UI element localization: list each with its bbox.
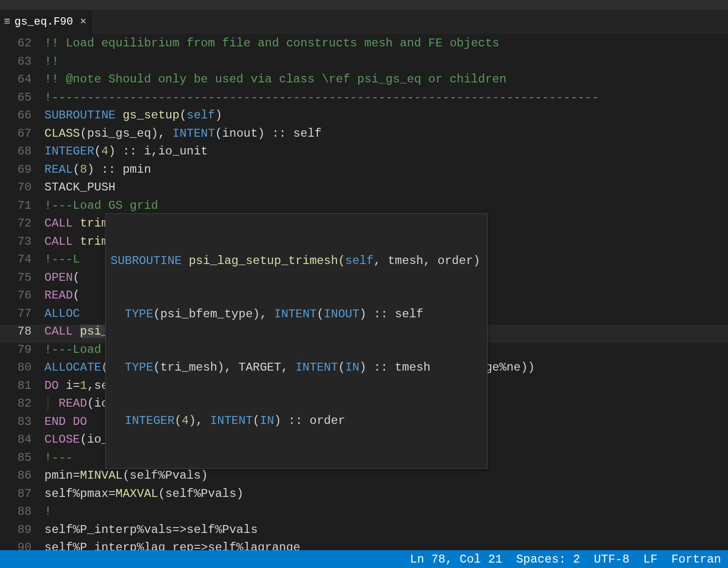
signature-line: INTEGER(4), INTENT(IN) :: order <box>111 412 482 430</box>
code-content[interactable]: !! Load equilibrium from file and constr… <box>44 37 499 50</box>
code-line[interactable]: 69REAL(8) :: pmin <box>0 163 728 181</box>
code-content[interactable]: !---L <box>44 253 80 266</box>
line-number: 82 <box>0 397 44 410</box>
signature-line: SUBROUTINE psi_lag_setup_trimesh(self, t… <box>111 252 482 270</box>
line-number: 75 <box>0 271 44 284</box>
code-content[interactable]: ALLOC <box>44 307 80 320</box>
line-number: 88 <box>0 505 44 518</box>
code-line[interactable]: 89self%P_interp%vals=>self%Pvals <box>0 523 728 541</box>
code-line[interactable]: 68INTEGER(4) :: i,io_unit <box>0 145 728 163</box>
status-eol[interactable]: LF <box>643 553 657 566</box>
line-number: 81 <box>0 379 44 392</box>
code-content[interactable]: self%pmax=MAXVAL(self%Pvals) <box>44 487 243 500</box>
code-line[interactable]: 70STACK_PUSH <box>0 181 728 199</box>
line-number: 84 <box>0 433 44 446</box>
line-number: 66 <box>0 109 44 122</box>
status-bar: Ln 78, Col 21 Spaces: 2 UTF-8 LF Fortran <box>0 550 728 568</box>
code-line[interactable]: 88! <box>0 505 728 523</box>
code-content[interactable]: pmin=MINVAL(self%Pvals) <box>44 469 208 482</box>
code-line[interactable]: 65!-------------------------------------… <box>0 91 728 109</box>
line-number: 87 <box>0 487 44 500</box>
line-number: 85 <box>0 451 44 464</box>
tab-gs-eq[interactable]: ≡ gs_eq.F90 × <box>0 10 92 34</box>
status-encoding[interactable]: UTF-8 <box>594 553 629 566</box>
code-content[interactable]: SUBROUTINE gs_setup(self) <box>44 109 222 122</box>
code-line[interactable]: 67CLASS(psi_gs_eq), INTENT(inout) :: sel… <box>0 127 728 145</box>
code-content[interactable]: !! <box>44 55 59 68</box>
code-line[interactable]: 64!! @note Should only be used via class… <box>0 73 728 91</box>
status-language[interactable]: Fortran <box>671 553 721 566</box>
editor-tabbar: ≡ gs_eq.F90 × <box>0 10 728 35</box>
editor-viewport[interactable]: 62!! Load equilibrium from file and cons… <box>0 35 728 550</box>
status-lncol[interactable]: Ln 78, Col 21 <box>410 553 502 566</box>
code-line[interactable]: 62!! Load equilibrium from file and cons… <box>0 37 728 55</box>
line-number: 71 <box>0 199 44 212</box>
code-content[interactable]: STACK_PUSH <box>44 181 115 194</box>
line-number: 69 <box>0 163 44 176</box>
signature-line: TYPE(tri_mesh), TARGET, INTENT(IN) :: tm… <box>111 359 482 377</box>
line-number: 78 <box>0 325 44 338</box>
line-number: 73 <box>0 235 44 248</box>
file-icon: ≡ <box>4 16 10 28</box>
line-number: 64 <box>0 73 44 86</box>
code-content[interactable]: OPEN( <box>44 271 80 284</box>
code-line[interactable]: 86pmin=MINVAL(self%Pvals) <box>0 469 728 487</box>
code-content[interactable]: READ( <box>44 289 80 302</box>
line-number: 86 <box>0 469 44 482</box>
status-spaces[interactable]: Spaces: 2 <box>516 553 580 566</box>
line-number: 74 <box>0 253 44 266</box>
line-number: 90 <box>0 541 44 550</box>
line-number: 65 <box>0 91 44 104</box>
line-number: 68 <box>0 145 44 158</box>
code-line[interactable]: 90self%P_interp%lag_rep=>self%lagrange <box>0 541 728 550</box>
code-content[interactable]: END DO <box>44 415 87 428</box>
code-content[interactable]: INTEGER(4) :: i,io_unit <box>44 145 208 158</box>
line-number: 72 <box>0 217 44 230</box>
line-number: 63 <box>0 55 44 68</box>
line-number: 67 <box>0 127 44 140</box>
code-content[interactable]: !---------------------------------------… <box>44 91 599 104</box>
line-number: 76 <box>0 289 44 302</box>
line-number: 79 <box>0 343 44 356</box>
code-line[interactable]: 66SUBROUTINE gs_setup(self) <box>0 109 728 127</box>
code-content[interactable]: !! @note Should only be used via class \… <box>44 73 506 86</box>
code-content[interactable]: self%P_interp%vals=>self%Pvals <box>44 523 258 536</box>
signature-line: TYPE(psi_bfem_type), INTENT(INOUT) :: se… <box>111 305 482 323</box>
code-content[interactable]: REAL(8) :: pmin <box>44 163 151 176</box>
code-line[interactable]: 87self%pmax=MAXVAL(self%Pvals) <box>0 487 728 505</box>
code-content[interactable]: !--- <box>44 451 73 464</box>
signature-help-popup: SUBROUTINE psi_lag_setup_trimesh(self, t… <box>105 213 488 469</box>
line-number: 62 <box>0 37 44 50</box>
window-titlebar <box>0 0 728 10</box>
line-number: 83 <box>0 415 44 428</box>
code-line[interactable]: 63!! <box>0 55 728 73</box>
code-content[interactable]: ! <box>44 505 51 518</box>
line-number: 80 <box>0 361 44 374</box>
line-number: 89 <box>0 523 44 536</box>
close-icon[interactable]: × <box>77 16 86 28</box>
tab-filename: gs_eq.F90 <box>14 16 73 28</box>
line-number: 77 <box>0 307 44 320</box>
code-content[interactable]: !---Load GS grid <box>44 199 158 212</box>
code-content[interactable]: self%P_interp%lag_rep=>self%lagrange <box>44 541 300 550</box>
code-content[interactable]: CLASS(psi_gs_eq), INTENT(inout) :: self <box>44 127 322 140</box>
line-number: 70 <box>0 181 44 194</box>
